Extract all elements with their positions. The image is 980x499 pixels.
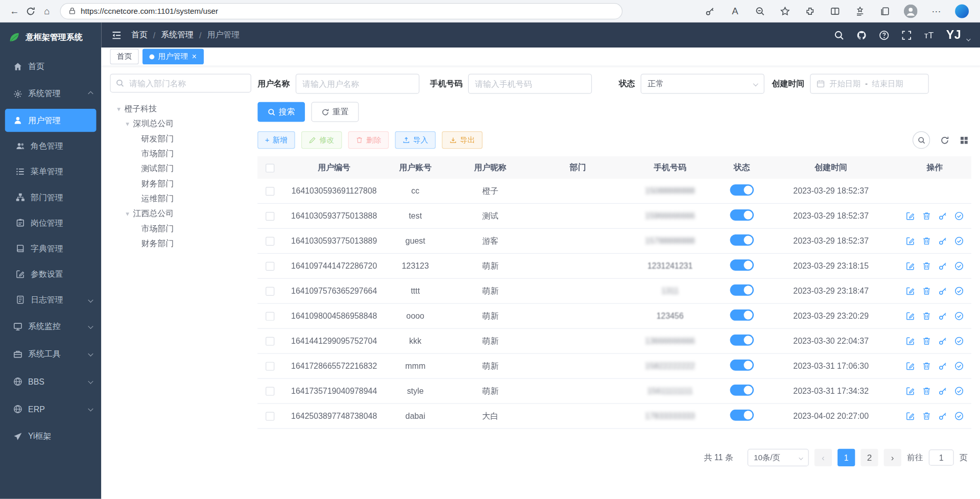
- table-row[interactable]: 1641097441472286720 123123 萌新 1231241231…: [257, 254, 971, 279]
- phone-input[interactable]: [468, 74, 592, 93]
- tree-node[interactable]: 测试部门: [110, 161, 251, 176]
- sidebar-item-log-management[interactable]: 日志管理: [0, 287, 101, 313]
- github-icon[interactable]: [856, 30, 867, 40]
- edit-button[interactable]: 修改: [301, 131, 342, 149]
- reset-password-icon[interactable]: [938, 312, 947, 321]
- add-button[interactable]: + 新增: [257, 131, 295, 149]
- tree-node[interactable]: 市场部门: [110, 146, 251, 161]
- sidebar-item-param-settings[interactable]: 参数设置: [0, 262, 101, 287]
- more-icon[interactable]: ···: [930, 5, 942, 17]
- assign-role-icon[interactable]: [954, 411, 964, 420]
- sidebar-item-post-management[interactable]: 岗位管理: [0, 210, 101, 235]
- status-toggle[interactable]: [730, 209, 754, 221]
- tree-node[interactable]: 市场部门: [110, 221, 251, 236]
- sidebar-item-system-monitor[interactable]: 系统监控: [0, 313, 101, 340]
- assign-role-icon[interactable]: [954, 361, 964, 370]
- reset-password-icon[interactable]: [938, 287, 947, 296]
- status-toggle[interactable]: [730, 284, 754, 296]
- edit-icon[interactable]: [905, 361, 915, 370]
- delete-icon[interactable]: [922, 287, 931, 296]
- reset-password-icon[interactable]: [938, 336, 947, 345]
- row-checkbox[interactable]: [266, 387, 274, 396]
- status-toggle[interactable]: [730, 385, 754, 396]
- tree-node[interactable]: 研发部门: [110, 131, 251, 146]
- reset-password-icon[interactable]: [938, 411, 947, 420]
- status-select[interactable]: 正常: [640, 74, 764, 93]
- assign-role-icon[interactable]: [954, 312, 964, 321]
- edit-icon[interactable]: [905, 287, 915, 296]
- column-settings-button[interactable]: [960, 135, 969, 145]
- reset-password-icon[interactable]: [938, 386, 947, 395]
- user-avatar[interactable]: YJ: [946, 28, 962, 42]
- tree-caret-icon[interactable]: ▾: [124, 120, 131, 128]
- sidebar-item-system-tools[interactable]: 系统工具: [0, 340, 101, 368]
- favorites-bar-icon[interactable]: [854, 5, 866, 17]
- sidebar-item-bbs[interactable]: BBS: [0, 368, 101, 395]
- extensions-icon[interactable]: [804, 5, 816, 17]
- page-button-1[interactable]: 1: [838, 449, 855, 466]
- tree-node[interactable]: ▾橙子科技: [110, 101, 251, 116]
- delete-icon[interactable]: [922, 411, 931, 420]
- select-all-checkbox[interactable]: [266, 163, 274, 172]
- browser-home-icon[interactable]: ⌂: [39, 3, 55, 19]
- reset-password-icon[interactable]: [938, 262, 947, 271]
- table-row[interactable]: 1641098004586958848 oooo 萌新 123456 2023-…: [257, 304, 971, 329]
- table-row[interactable]: 1641030593691127808 cc 橙子 15088888888 20…: [257, 179, 971, 204]
- delete-icon[interactable]: [922, 211, 931, 221]
- sidebar-item-home[interactable]: 首页: [0, 53, 101, 80]
- reset-password-icon[interactable]: [938, 211, 947, 221]
- status-toggle[interactable]: [730, 410, 754, 421]
- breadcrumb-home[interactable]: 首页: [131, 30, 148, 41]
- goto-page-input[interactable]: [929, 449, 954, 466]
- refresh-table-button[interactable]: [940, 135, 949, 145]
- delete-button[interactable]: 删除: [348, 131, 389, 149]
- tree-node[interactable]: 财务部门: [110, 176, 251, 191]
- reset-button[interactable]: 重置: [312, 102, 359, 122]
- table-row[interactable]: 1641441299095752704 kkk 萌新 13666666666 2…: [257, 329, 971, 354]
- delete-icon[interactable]: [922, 361, 931, 370]
- prev-page-button[interactable]: ‹: [815, 449, 832, 466]
- edit-icon[interactable]: [905, 262, 915, 271]
- assign-role-icon[interactable]: [954, 336, 964, 345]
- sidebar-item-menu-management[interactable]: 菜单管理: [0, 159, 101, 184]
- app-logo[interactable]: 意框架管理系统: [0, 22, 101, 53]
- sidebar-item-erp[interactable]: ERP: [0, 395, 101, 423]
- delete-icon[interactable]: [922, 386, 931, 395]
- copilot-icon[interactable]: [955, 4, 969, 18]
- sidebar-item-dept-management[interactable]: 部门管理: [0, 184, 101, 210]
- dept-search-input[interactable]: [110, 74, 251, 92]
- row-checkbox[interactable]: [266, 237, 274, 246]
- reset-password-icon[interactable]: [938, 361, 947, 370]
- next-page-button[interactable]: ›: [884, 449, 901, 466]
- date-range-picker[interactable]: 开始日期 - 结束日期: [810, 74, 929, 93]
- delete-icon[interactable]: [922, 236, 931, 246]
- table-row[interactable]: 1642503897748738048 dabai 大白 17833333333…: [257, 404, 971, 429]
- row-checkbox[interactable]: [266, 187, 274, 196]
- zoom-icon[interactable]: [754, 5, 766, 17]
- table-row[interactable]: 1641728665572216832 mmm 萌新 15822222222 2…: [257, 354, 971, 379]
- assign-role-icon[interactable]: [954, 236, 964, 246]
- status-toggle[interactable]: [730, 184, 754, 196]
- import-button[interactable]: 导入: [395, 131, 436, 149]
- assign-role-icon[interactable]: [954, 287, 964, 296]
- edit-icon[interactable]: [905, 336, 915, 345]
- collections-icon[interactable]: [879, 5, 891, 17]
- sidebar-item-user-management[interactable]: 用户管理: [5, 109, 97, 132]
- favorites-icon[interactable]: [779, 5, 791, 17]
- reset-password-icon[interactable]: [938, 236, 947, 246]
- username-input[interactable]: [296, 74, 419, 93]
- sidebar-item-yi-framework[interactable]: Yi框架: [0, 422, 101, 450]
- row-checkbox[interactable]: [266, 337, 274, 346]
- tab-user-management[interactable]: 用户管理 ×: [142, 49, 203, 64]
- tree-caret-icon[interactable]: ▾: [115, 105, 123, 113]
- delete-icon[interactable]: [922, 262, 931, 271]
- row-checkbox[interactable]: [266, 212, 274, 221]
- row-checkbox[interactable]: [266, 362, 274, 371]
- status-toggle[interactable]: [730, 310, 754, 321]
- status-toggle[interactable]: [730, 259, 754, 271]
- sidebar-item-system-management[interactable]: 系统管理: [0, 80, 101, 108]
- read-aloud-icon[interactable]: A: [729, 5, 741, 17]
- fullscreen-icon[interactable]: [901, 30, 912, 40]
- browser-profile-avatar[interactable]: [904, 4, 918, 18]
- export-button[interactable]: 导出: [442, 131, 483, 149]
